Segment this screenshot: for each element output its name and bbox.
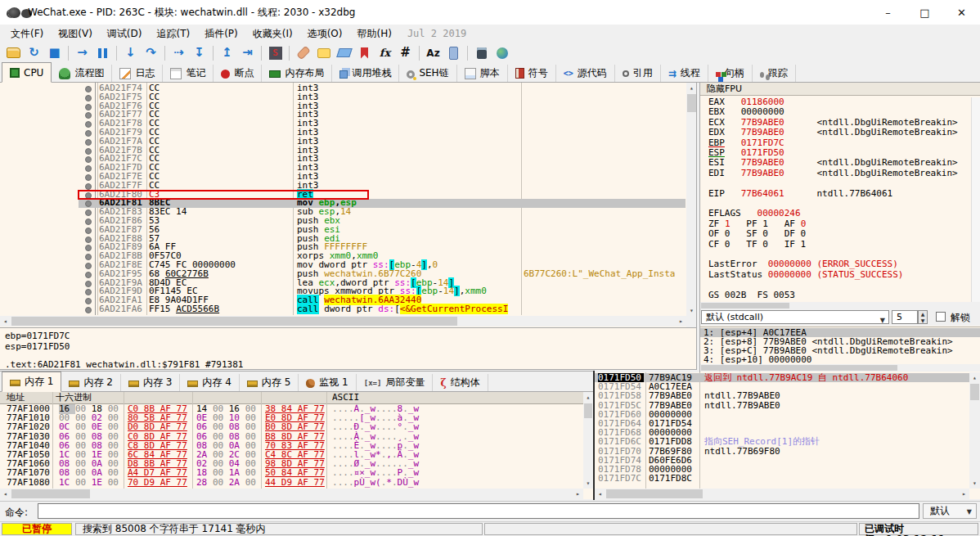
tab-cpu[interactable]: CPU [2, 62, 52, 83]
menu-help[interactable]: 帮助(H) [349, 25, 398, 43]
menu-view[interactable]: 视图(V) [51, 25, 100, 43]
menu-file[interactable]: 文件(F) [3, 25, 51, 43]
stack-vscroll[interactable]: ▴ ▾ [969, 372, 980, 489]
menu-options[interactable]: 选项(O) [300, 25, 350, 43]
tab-dump5[interactable]: 内存 5 [240, 374, 299, 391]
tab-handles[interactable]: 句柄 [708, 65, 753, 82]
menu-favourites[interactable]: 收藏夹(I) [245, 25, 300, 43]
breakpoint-dot[interactable] [85, 307, 92, 313]
stack-hscroll[interactable]: ◂ ▸ [595, 489, 969, 499]
scroll-up-arrow[interactable]: ▴ [969, 372, 980, 383]
scroll-thumb[interactable] [11, 489, 90, 498]
tab-dump4[interactable]: 内存 4 [180, 374, 239, 391]
disasm-row[interactable]: 6AD21FA6FF15 ACD5566Bcall dword ptr ds:[… [0, 305, 686, 314]
breakpoint-dot[interactable] [85, 121, 92, 128]
tab-notes[interactable]: 笔记 [163, 65, 214, 82]
arg-count-input[interactable]: 5 [892, 310, 918, 324]
stop-icon[interactable]: ■ [44, 43, 65, 62]
stack-row[interactable]: 0171FD6C0171FDD8指向SEH_Record[1]的指针 [595, 437, 969, 446]
tab-script[interactable]: 脚本 [457, 65, 508, 82]
run-icon[interactable]: → [72, 43, 92, 62]
tab-dump3[interactable]: 内存 3 [121, 374, 180, 391]
stack-row[interactable]: 0171FD7C0171FD8C [595, 474, 969, 483]
patch-icon[interactable] [293, 43, 313, 62]
breakpoint-dot[interactable] [85, 298, 92, 304]
calculator-icon[interactable] [471, 43, 492, 62]
run-to-user-code-icon[interactable]: ⇥ [237, 43, 258, 62]
comment-icon[interactable] [313, 43, 334, 62]
register-row[interactable]: GS 002B FS 0053 [708, 291, 795, 300]
scroll-down-arrow[interactable]: ▾ [969, 478, 980, 489]
breakpoint-dot[interactable] [85, 174, 92, 181]
breakpoint-dot[interactable] [85, 281, 92, 287]
pause-icon[interactable] [92, 43, 113, 62]
restart-icon[interactable]: ↻ [24, 43, 44, 62]
breakpoint-dot[interactable] [85, 272, 92, 278]
disasm-vscroll[interactable]: ▴ ▾ [686, 83, 697, 327]
breakpoint-dot[interactable] [85, 245, 92, 251]
register-row[interactable]: EDI 77B9ABE0 <ntdll.DbgUiRemoteBreakin> [708, 169, 958, 178]
breakpoint-dot[interactable] [85, 112, 92, 119]
register-row[interactable]: CF 0 TF 0 IF 1 [708, 240, 806, 250]
argument-row[interactable]: 4: [esp+10] 00000000 [700, 355, 980, 364]
tab-locals[interactable]: [x=]局部变量 [357, 374, 434, 391]
tab-seh[interactable]: SEH链 [399, 65, 456, 82]
breakpoint-dot[interactable] [85, 254, 92, 260]
scroll-thumb[interactable] [970, 384, 979, 400]
tab-references[interactable]: 引用 [615, 65, 661, 82]
breakpoint-dot[interactable] [85, 130, 92, 137]
tab-threads[interactable]: ⇉线程 [661, 65, 708, 82]
minimize-button[interactable]: – [870, 0, 906, 25]
register-row[interactable]: LastStatus 00000000 (STATUS_SUCCESS) [708, 270, 903, 280]
calling-convention-select[interactable]: 默认 (stdcall) ▼ [701, 310, 889, 324]
highlight-icon[interactable]: Az [423, 43, 443, 62]
registers-vscroll[interactable] [971, 97, 980, 302]
breakpoint-dot[interactable] [85, 209, 92, 216]
menu-plugins[interactable]: 插件(P) [197, 25, 245, 43]
tab-struct[interactable]: ζ结构体 [433, 374, 488, 391]
scroll-thumb[interactable] [606, 489, 703, 498]
scroll-right-arrow[interactable]: ▸ [573, 489, 583, 499]
scroll-left-arrow[interactable]: ◂ [0, 489, 11, 499]
menu-trace[interactable]: 追踪(T) [149, 25, 197, 43]
scroll-right-arrow[interactable]: ▸ [676, 316, 686, 327]
disasm-row[interactable]: 6AD21F80C3ret [0, 191, 686, 200]
scroll-thumb[interactable] [11, 317, 457, 326]
breakpoint-dot[interactable] [85, 104, 92, 110]
scroll-right-arrow[interactable]: ▸ [959, 489, 969, 499]
breakpoint-dot[interactable] [85, 165, 92, 172]
tab-graph[interactable]: 流程图 [52, 65, 112, 82]
scroll-left-arrow[interactable]: ◂ [0, 316, 11, 327]
scroll-up-arrow[interactable]: ▴ [686, 83, 697, 93]
scroll-down-arrow[interactable]: ▾ [686, 305, 697, 316]
hash-icon[interactable]: # [395, 43, 416, 62]
tab-source[interactable]: <>源代码 [556, 65, 615, 82]
breakpoint-dot[interactable] [85, 289, 92, 295]
bookmark-icon[interactable] [354, 43, 375, 62]
strings-icon[interactable]: S [265, 43, 285, 62]
registers-hscroll[interactable] [700, 302, 980, 309]
function-icon[interactable]: fx [375, 43, 395, 62]
scroll-up-arrow[interactable]: ▴ [583, 392, 593, 403]
breakpoint-dot[interactable] [85, 156, 92, 163]
scroll-thumb[interactable] [584, 403, 592, 418]
breakpoint-dot[interactable] [85, 148, 92, 155]
animate-into-icon[interactable]: ⇢ [169, 43, 189, 62]
dump-hscroll[interactable]: ◂ ▸ [0, 489, 583, 499]
breakpoint-dot[interactable] [85, 86, 92, 92]
tab-memmap[interactable]: 内存布局 [262, 65, 332, 82]
disasm-hscroll[interactable]: ◂ ▸ [0, 316, 686, 327]
tab-log[interactable]: 日志 [112, 65, 163, 82]
open-file-icon[interactable] [3, 43, 24, 62]
tab-callstack[interactable]: 调用堆栈 [332, 65, 399, 82]
tab-breakpoints[interactable]: 断点 [214, 65, 262, 82]
register-row[interactable]: EIP 77B64061 ntdll.77B64061 [708, 189, 892, 199]
scroll-thumb[interactable] [687, 94, 696, 112]
arg-count-stepper[interactable]: ▲▼ [918, 310, 928, 324]
maximize-button[interactable]: □ [906, 0, 943, 25]
breakpoint-dot[interactable] [85, 183, 92, 190]
arguments-hscroll[interactable] [700, 364, 980, 372]
step-over-icon[interactable]: ↷ [141, 43, 161, 62]
close-button[interactable]: ✕ [943, 0, 980, 25]
phone-icon[interactable] [443, 43, 464, 62]
